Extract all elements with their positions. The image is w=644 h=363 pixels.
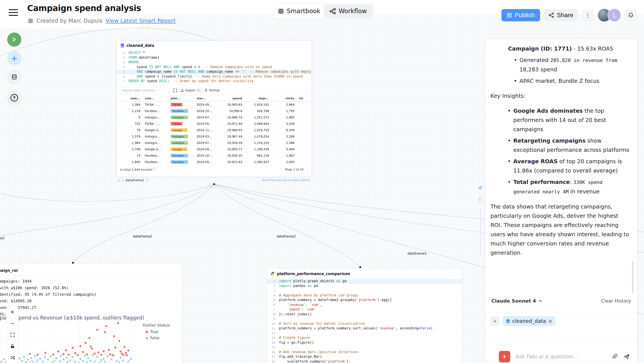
dataframe-diamond-icon: ◇ bbox=[122, 178, 124, 182]
legend-title: Outlier Status bbox=[142, 323, 170, 327]
output-drag-handle[interactable]: ⋮ bbox=[146, 178, 149, 182]
auto-focus-label: Auto-Focused by Analyst Agent bbox=[255, 178, 310, 182]
more-options-button[interactable]: ⋮ bbox=[582, 9, 594, 21]
table-row[interactable]: 79Google A...Google ...2024-11-...19,968… bbox=[120, 127, 308, 133]
share-button[interactable]: Share bbox=[544, 9, 578, 21]
context-chip-label: cleaned_data bbox=[512, 318, 546, 324]
search-table-columns-input[interactable] bbox=[120, 87, 170, 94]
edge-label-dataframe2: dataframe2 bbox=[132, 234, 153, 239]
run-workflow-button[interactable] bbox=[7, 33, 21, 47]
format-button[interactable]: Format bbox=[204, 89, 220, 92]
table-row[interactable]: 732TikTok - ...TikTok2024-05...19,971.94… bbox=[120, 121, 308, 127]
tab-workflow[interactable]: Workflow bbox=[324, 4, 373, 18]
page-indicator: Page 1 of 20 bbox=[285, 168, 304, 171]
model-selector[interactable]: Claude Sonnet 4 bbox=[491, 298, 542, 304]
sql-code-editor[interactable]: 1⌄SELECT *2FROM dataframe13WHERE4 spend … bbox=[117, 50, 312, 86]
node-title: platform_performance_comparison bbox=[277, 272, 350, 276]
add-context-button[interactable]: + bbox=[490, 316, 500, 326]
sql-node-cleaned-data[interactable]: SQL cleaned_data 1⌄SELECT *2FROM datafra… bbox=[116, 40, 312, 177]
tab-smartbook-label: Smartbook bbox=[287, 8, 320, 15]
python-code-editor[interactable]: 1import plotly.graph_objects as go2impor… bbox=[267, 278, 462, 363]
python-icon bbox=[270, 272, 275, 276]
publish-label: Publish bbox=[515, 12, 535, 19]
python-node-campaign-roi[interactable]: campaign_roi Filtered campaigns: 1944 Ca… bbox=[0, 264, 182, 363]
export-label: Export bbox=[186, 89, 195, 92]
send-icon bbox=[624, 353, 630, 360]
result-table: cam...cam...plat...star...spendimpr...cl… bbox=[120, 95, 308, 165]
record-count: In total 1,944 recordsi bbox=[120, 167, 155, 171]
paperclip-icon bbox=[612, 354, 618, 359]
table-row[interactable]: 73Faceboo...Faceboo...2024-10-...19,930.… bbox=[120, 153, 308, 159]
prev-page-button[interactable]: ‹ bbox=[280, 167, 282, 172]
panel-drag-handle[interactable] bbox=[479, 197, 482, 202]
shuffle-layout-button[interactable] bbox=[7, 352, 18, 363]
notifications-button[interactable] bbox=[625, 9, 637, 21]
send-button[interactable] bbox=[624, 353, 630, 360]
collaborator-avatars[interactable]: L bbox=[598, 8, 621, 22]
expand-table-button[interactable] bbox=[173, 89, 177, 92]
chat-message: Campaign (ID: 1771) - 15.63x ROAS•Genera… bbox=[490, 42, 630, 297]
data-sources-button[interactable] bbox=[7, 70, 21, 84]
smartbook-atom-icon bbox=[28, 18, 34, 24]
export-button[interactable]: Export bbox=[180, 88, 201, 93]
node-title: campaign_roi bbox=[0, 268, 18, 273]
workflow-graph-icon bbox=[330, 8, 336, 15]
python-node-platform-performance[interactable]: platform_performance_comparison 1import … bbox=[267, 268, 462, 363]
view-latest-smart-report-link[interactable]: View Latest Smart Report bbox=[106, 18, 176, 24]
table-header-row[interactable]: cam...cam...plat...star...spendimpr...cl… bbox=[120, 96, 308, 102]
help-button[interactable]: ? bbox=[7, 91, 21, 105]
edge-label-dataframe2: dataframe2 bbox=[276, 234, 297, 239]
pin-icon[interactable] bbox=[478, 185, 483, 192]
export-options-button[interactable] bbox=[196, 88, 201, 93]
add-node-button[interactable]: + bbox=[7, 51, 21, 65]
question-icon: ? bbox=[10, 94, 18, 102]
table-row[interactable]: 1,708Google A...Google ...2024-09...19,9… bbox=[120, 146, 308, 153]
context-chip-cleaned-data[interactable]: SQL cleaned_data × bbox=[503, 316, 555, 326]
node-output-chip[interactable]: ↳ ◇ dataframe2 ⋮ bbox=[117, 178, 149, 182]
lock-button[interactable] bbox=[7, 340, 18, 352]
remove-context-icon[interactable]: × bbox=[548, 318, 552, 324]
next-page-button[interactable]: › bbox=[306, 167, 308, 172]
chart-legend: Outlier Status TrueFalse bbox=[142, 323, 170, 342]
anchor-line bbox=[480, 208, 480, 255]
edge-label-dataframe2-clipped: dataframe2 bbox=[0, 236, 6, 240]
info-icon[interactable]: i bbox=[152, 167, 155, 170]
table-row[interactable]: 1,685Faceboo...Faceboo...2024-05...19,92… bbox=[120, 159, 308, 165]
table-row[interactable]: 1,984Instagra...Instagra...2024-07...19,… bbox=[120, 140, 308, 146]
lock-icon bbox=[10, 344, 15, 348]
fit-view-button[interactable] bbox=[7, 329, 18, 340]
ai-chat-panel: Campaign (ID: 1771) - 15.63x ROAS•Genera… bbox=[485, 39, 638, 363]
download-icon bbox=[180, 89, 184, 92]
table-row[interactable]: 1,218Faceboo...Faceboo...2024-10-...19,9… bbox=[120, 108, 308, 114]
svg-text:SQL: SQL bbox=[121, 45, 124, 47]
page-title: Campaign spend analysis bbox=[27, 4, 141, 13]
format-label: Format bbox=[209, 89, 220, 92]
table-row[interactable]: 1,578Instagra...Instagra...2024-03...19,… bbox=[120, 133, 308, 140]
output-dataframe-label: dataframe2 bbox=[126, 178, 144, 182]
chevron-up-icon bbox=[538, 300, 542, 302]
tab-workflow-label: Workflow bbox=[339, 8, 367, 15]
publish-button[interactable]: Publish bbox=[502, 9, 540, 21]
smartbook-atom-icon bbox=[278, 8, 284, 15]
svg-text:SQL: SQL bbox=[506, 321, 509, 322]
sql-database-icon: SQL bbox=[506, 319, 510, 323]
zoom-out-button[interactable]: − bbox=[7, 318, 18, 329]
share-icon bbox=[548, 12, 554, 18]
chat-scrollbar[interactable] bbox=[632, 261, 634, 293]
tab-smartbook[interactable]: Smartbook bbox=[274, 4, 324, 18]
legend-item-false[interactable]: False bbox=[142, 336, 170, 340]
ask-question-input[interactable] bbox=[516, 353, 607, 360]
chevron-down-icon bbox=[198, 90, 200, 91]
table-row[interactable]: 1,364TikTok - ...TikTok2024-09...19,993.… bbox=[120, 102, 308, 108]
canvas-zoom-toolbar: + − bbox=[6, 306, 18, 363]
menu-icon[interactable] bbox=[9, 9, 18, 17]
legend-item-true[interactable]: True bbox=[142, 329, 170, 334]
attachment-button[interactable] bbox=[612, 354, 618, 359]
lightning-icon bbox=[502, 354, 508, 359]
expand-icon bbox=[173, 89, 177, 92]
model-name-label: Claude Sonnet 4 bbox=[491, 298, 536, 304]
clear-history-button[interactable]: Clear History bbox=[601, 298, 631, 304]
bell-icon bbox=[628, 12, 634, 18]
zoom-in-button[interactable]: + bbox=[7, 306, 18, 318]
table-row[interactable]: 9Instagra...Instagra...2024-07...19,988.… bbox=[120, 114, 308, 121]
